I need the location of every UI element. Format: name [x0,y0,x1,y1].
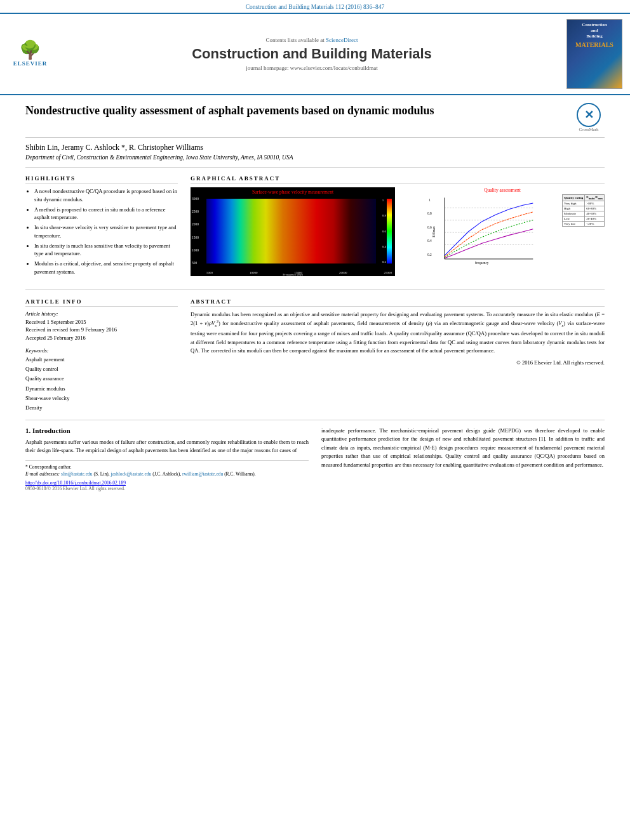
keywords-list: Asphalt pavement Quality control Quality… [25,355,178,413]
article-title-section: Nondestructive quality assessment of asp… [25,103,605,138]
journal-header: 🌳 ELSEVIER Contents lists available at S… [0,13,630,95]
qa-quality-table: Quality rating Einsitu/Emax Very high >8… [562,194,605,227]
email-slin[interactable]: slin@iastate.edu [61,471,93,477]
abstract-column: ABSTRACT Dynamic modulus has been recogn… [191,298,605,413]
highlights-list: A novel nondestructive QC/QA procedure i… [25,187,178,276]
qa-table-row-moderate: Moderate 40-60% [562,211,604,217]
elsevier-logo: 🌳 ELSEVIER [6,37,54,72]
keyword-5: Shear-wave velocity [25,394,178,403]
colorbar [387,199,392,263]
colorbar-labels: 1 0.8 0.6 0.4 0.2 [382,199,386,263]
y-label-2500: 2500 [192,210,199,213]
svg-text:0.4: 0.4 [427,239,432,243]
crossmark-label: CrossMark [579,127,598,132]
chart-right-title: Quality assessment [400,187,605,193]
intro-title-text: Introduction [32,427,70,434]
chart-y-axis: 3000 2500 2000 1500 1000 500 [192,197,199,265]
journal-cover: Construction and Building MATERIALS [566,19,622,89]
graphical-charts: Surface-wave phase velocity measurement … [191,187,605,276]
header-center: Contents lists available at ScienceDirec… [64,37,560,71]
highlight-item-3: In situ shear-wave velocity is very sens… [34,223,178,240]
email-rwilliam[interactable]: rwilliam@iastate.edu [182,471,223,477]
cover-title: Construction and Building MATERIALS [575,22,613,49]
article-title: Nondestructive quality assessment of asp… [25,103,434,119]
keyword-2: Quality control [25,364,178,374]
y-label-2000: 2000 [192,222,199,226]
doi-link: http://dx.doi.org/10.1016/j.conbuildmat.… [25,480,309,486]
article-info-header: ARTICLE INFO [25,298,178,307]
chart-x-label: Frequency (Hz) [191,273,395,276]
introduction-left: 1. Introduction Asphalt pavements suffer… [25,427,309,492]
qa-table-row-high: High 60-80% [562,206,604,211]
footnote-corresponding: * Corresponding author. [25,463,309,470]
divider-after-authors [25,167,605,168]
crossmark-icon: ✕ [577,103,601,127]
authors-section: Shibin Lin, Jeramy C. Ashlock *, R. Chri… [25,143,605,161]
qa-table-row-veryhigh: Very high >80% [562,201,604,206]
y-label-500: 500 [192,261,199,265]
journal-reference-bar: Construction and Building Materials 112 … [0,0,630,13]
qa-table-row-low: Low 20-40% [562,217,604,222]
qa-table-header-rating: Quality rating [562,195,584,201]
highlights-column: HIGHLIGHTS A novel nondestructive QC/QA … [25,175,178,283]
keyword-4: Dynamic modulus [25,384,178,394]
intro-text-right: inadequate performance. The mechanistic-… [321,427,605,470]
article-main: Nondestructive quality assessment of asp… [0,95,630,498]
issn-text: 0950-0618/© 2016 Elsevier Ltd. All right… [25,486,309,491]
article-history: Article history: Received 1 September 20… [25,310,178,342]
introduction-title: 1. Introduction [25,427,309,434]
qa-table-header-value: Einsitu/Emax [585,195,605,201]
qa-chart-area: 1 0.8 0.6 0.4 0.2 [400,194,605,269]
article-history-title: Article history: [25,310,178,317]
introduction-section: 1. Introduction Asphalt pavements suffer… [25,427,605,492]
graphical-abstract-column: GRAPHICAL ABSTRACT Surface-wave phase ve… [191,175,605,283]
sciencedirect-link[interactable]: ScienceDirect [326,37,358,43]
chart-left-title: Surface-wave phase velocity measurement [191,189,395,195]
heatmap-chart: Surface-wave phase velocity measurement … [191,187,395,276]
received-date-2: Received in revised form 9 February 2016 [25,326,178,334]
graphical-abstract-header: GRAPHICAL ABSTRACT [191,175,605,183]
accepted-date: Accepted 25 February 2016 [25,334,178,342]
divider-after-abstract [25,420,605,420]
crossmark-area: ✕ CrossMark [573,103,605,132]
authors: Shibin Lin, Jeramy C. Ashlock *, R. Chri… [25,143,605,152]
elsevier-tree-icon: 🌳 [19,41,41,59]
highlights-header: HIGHLIGHTS [25,175,178,183]
qa-chart: Quality assessment 1 0.8 0.6 0.4 0.2 [400,187,605,276]
y-label-3000: 3000 [192,197,199,201]
svg-text:0.8: 0.8 [427,211,432,215]
keyword-3: Quality assurance [25,374,178,383]
svg-text:0.2: 0.2 [427,253,432,257]
svg-text:1: 1 [429,198,431,202]
doi-section: http://dx.doi.org/10.1016/j.conbuildmat.… [25,480,309,491]
journal-title: Construction and Building Materials [64,46,560,62]
svg-text:E/Emax: E/Emax [432,226,436,237]
keyword-6: Density [25,403,178,413]
keyword-1: Asphalt pavement [25,355,178,364]
received-date-1: Received 1 September 2015 [25,318,178,326]
highlight-item-2: A method is proposed to correct in situ … [34,206,178,222]
highlights-abstract-columns: HIGHLIGHTS A novel nondestructive QC/QA … [25,175,605,283]
email-jashlock[interactable]: jashlock@iastate.edu [111,471,152,477]
y-label-1000: 1000 [192,248,199,252]
svg-text:frequency: frequency [475,261,489,265]
elsevier-brand: ELSEVIER [13,60,48,67]
keywords-title: Keywords: [25,347,178,354]
intro-text-left: Asphalt pavements suffer various modes o… [25,438,309,455]
journal-reference-text: Construction and Building Materials 112 … [246,4,385,10]
highlight-item-4: In situ density is much less sensitive t… [34,242,178,258]
y-label-1500: 1500 [192,236,199,239]
intro-section-number: 1. [25,427,30,434]
heatmap-visual [206,199,376,263]
abstract-text: Dynamic modulus has been recognized as a… [191,310,605,356]
sciencedirect-line: Contents lists available at ScienceDirec… [64,37,560,43]
divider-after-highlights [25,289,605,290]
qa-table-row-verylow: Very low <20% [562,222,604,227]
affiliation: Department of Civil, Construction & Envi… [25,154,605,161]
abstract-header: ABSTRACT [191,298,605,307]
article-info-abstract-columns: ARTICLE INFO Article history: Received 1… [25,298,605,413]
highlight-item-1: A novel nondestructive QC/QA procedure i… [34,187,178,204]
copyright-notice: © 2016 Elsevier Ltd. All rights reserved… [191,359,605,366]
footnote-section: * Corresponding author. E-mail addresses… [25,460,309,478]
journal-cover-area: Construction and Building MATERIALS [566,19,624,89]
